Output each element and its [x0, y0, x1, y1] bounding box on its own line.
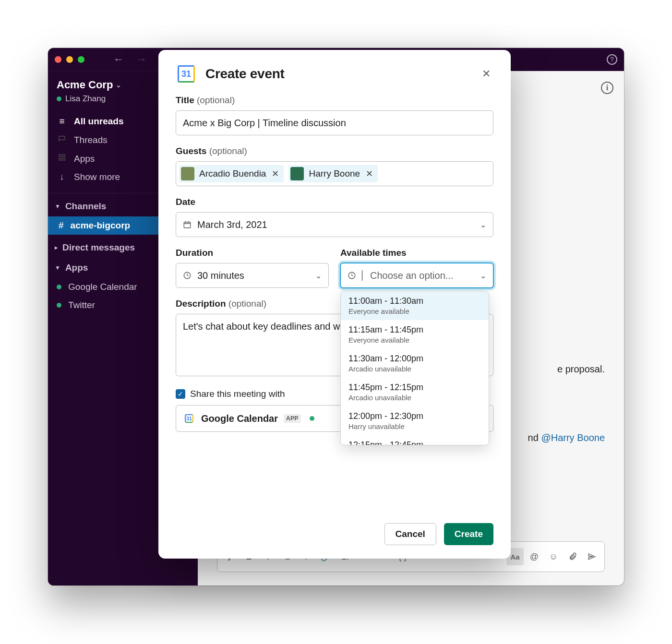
- caret-down-icon: ▼: [55, 203, 60, 210]
- sidebar-item-label: Show more: [74, 172, 120, 182]
- presence-active-icon: [310, 416, 314, 421]
- remove-guest-button[interactable]: ✕: [365, 168, 374, 179]
- forward-button[interactable]: →: [133, 52, 150, 67]
- sidebar-item-label: Twitter: [68, 300, 95, 310]
- dropdown-option[interactable]: 12:15pm - 12:45pm: [341, 435, 489, 445]
- event-guests-input[interactable]: Arcadio Buendia ✕ Harry Boone ✕: [176, 161, 493, 186]
- close-button[interactable]: ✕: [479, 65, 493, 83]
- chevron-down-icon: ⌄: [315, 271, 322, 280]
- google-calendar-icon: 31: [183, 412, 195, 425]
- avatar: [181, 167, 194, 180]
- google-calendar-icon: 31: [176, 63, 197, 84]
- field-label: Title: [176, 95, 194, 105]
- hash-icon: #: [59, 220, 64, 231]
- available-times-select[interactable]: Choose an option... ⌄: [340, 263, 493, 288]
- apps-grid-icon: [57, 153, 67, 164]
- guest-name: Harry Boone: [309, 168, 360, 179]
- select-placeholder: Choose an option...: [370, 270, 453, 281]
- app-badge: APP: [284, 414, 301, 423]
- calendar-day-number: 31: [183, 412, 195, 425]
- dropdown-option[interactable]: 12:00pm - 12:30pm Harry unavailable: [341, 406, 489, 435]
- event-title-input[interactable]: Acme x Big Corp | Timeline discussion: [176, 110, 493, 135]
- text-cursor: [362, 270, 362, 281]
- svg-rect-3: [63, 155, 65, 157]
- guest-chip[interactable]: Harry Boone ✕: [288, 165, 378, 182]
- arrow-down-icon: ↓: [57, 172, 67, 182]
- current-user-name: Lisa Zhang: [65, 94, 106, 104]
- clock-icon: [348, 271, 356, 280]
- field-label: Description: [176, 298, 226, 309]
- dropdown-option[interactable]: 11:15am - 11:45pm Everyone available: [341, 320, 489, 349]
- channel-label: acme-bigcorp: [71, 220, 131, 231]
- option-availability: Arcadio unavailable: [348, 394, 481, 402]
- share-label: Share this meeting with: [190, 389, 285, 399]
- dropdown-option[interactable]: 11:00am - 11:30am Everyone available: [341, 291, 489, 320]
- field-label: Date: [176, 197, 493, 207]
- field-label: Duration: [176, 248, 329, 258]
- message-text-fragment: e proposal.: [557, 364, 605, 374]
- presence-active-icon: [57, 285, 61, 289]
- section-label: Channels: [65, 201, 107, 212]
- caret-right-icon: ▸: [55, 244, 58, 251]
- sidebar-item-label: All unreads: [74, 116, 123, 127]
- help-button[interactable]: ?: [607, 54, 617, 65]
- button-label: Create: [455, 529, 483, 539]
- button-label: Cancel: [396, 529, 425, 539]
- option-availability: Harry unavailable: [348, 422, 481, 430]
- option-time-range: 12:15pm - 12:45pm: [348, 440, 423, 445]
- message-text-fragment: nd: [528, 432, 541, 443]
- option-availability: Everyone available: [348, 307, 481, 315]
- select-value: March 3rd, 2021: [197, 219, 267, 230]
- list-icon: ≡: [57, 116, 67, 127]
- user-mention[interactable]: @Harry Boone: [541, 432, 605, 443]
- optional-hint: (optional): [197, 95, 235, 105]
- share-meeting-checkbox[interactable]: ✓: [176, 389, 185, 399]
- calendar-icon: [183, 220, 192, 229]
- event-duration-select[interactable]: 30 minutes ⌄: [176, 263, 329, 288]
- option-time-range: 11:30am - 12:00pm: [348, 354, 423, 363]
- send-button[interactable]: [583, 548, 600, 565]
- emoji-button[interactable]: ☺: [545, 548, 562, 565]
- presence-active-icon: [57, 96, 61, 101]
- svg-rect-6: [184, 222, 191, 228]
- attach-button[interactable]: [564, 548, 581, 565]
- event-date-select[interactable]: March 3rd, 2021 ⌄: [176, 212, 493, 237]
- option-time-range: 11:45pm - 12:15pm: [348, 382, 423, 392]
- textarea-value: Let's chat about key deadlines and w: [183, 321, 340, 332]
- option-time-range: 12:00pm - 12:30pm: [348, 411, 423, 421]
- channel-details-button[interactable]: i: [601, 82, 613, 94]
- avatar: [290, 167, 304, 180]
- minimize-window-icon[interactable]: [66, 56, 73, 63]
- close-window-icon[interactable]: [55, 56, 61, 63]
- optional-hint: (optional): [228, 298, 266, 309]
- field-label: Available times: [340, 248, 493, 258]
- optional-hint: (optional): [209, 146, 247, 156]
- input-value: Acme x Big Corp | Timeline discussion: [183, 118, 346, 129]
- workspace-name: Acme Corp: [57, 79, 113, 91]
- mention-button[interactable]: @: [526, 548, 543, 565]
- create-button[interactable]: Create: [444, 523, 493, 545]
- modal-title: Create event: [205, 66, 284, 82]
- sidebar-item-label: Threads: [74, 135, 108, 145]
- create-event-modal: 31 Create event ✕ Title (optional) Acme …: [158, 50, 511, 559]
- aa-label: Aa: [510, 553, 519, 561]
- remove-guest-button[interactable]: ✕: [271, 168, 280, 179]
- select-value: 30 minutes: [197, 270, 244, 281]
- back-button[interactable]: ←: [110, 52, 127, 67]
- chevron-down-icon: ⌄: [480, 220, 486, 229]
- dropdown-option[interactable]: 11:30am - 12:00pm Arcadio unavailable: [341, 349, 489, 378]
- calendar-day-number: 31: [176, 63, 197, 84]
- svg-rect-2: [59, 155, 61, 157]
- share-target-name: Google Calendar: [201, 413, 278, 424]
- cancel-button[interactable]: Cancel: [384, 523, 436, 545]
- option-availability: Arcadio unavailable: [348, 365, 481, 373]
- presence-active-icon: [57, 303, 61, 308]
- guest-chip[interactable]: Arcadio Buendia ✕: [179, 165, 284, 182]
- zoom-window-icon[interactable]: [78, 56, 84, 63]
- chevron-down-icon: ⌄: [116, 81, 121, 89]
- dropdown-option[interactable]: 11:45pm - 12:15pm Arcadio unavailable: [341, 378, 489, 406]
- available-times-dropdown: 11:00am - 11:30am Everyone available 11:…: [340, 291, 489, 445]
- paperclip-icon: [568, 552, 577, 561]
- field-label: Guests: [176, 146, 206, 156]
- window-controls: [55, 56, 84, 63]
